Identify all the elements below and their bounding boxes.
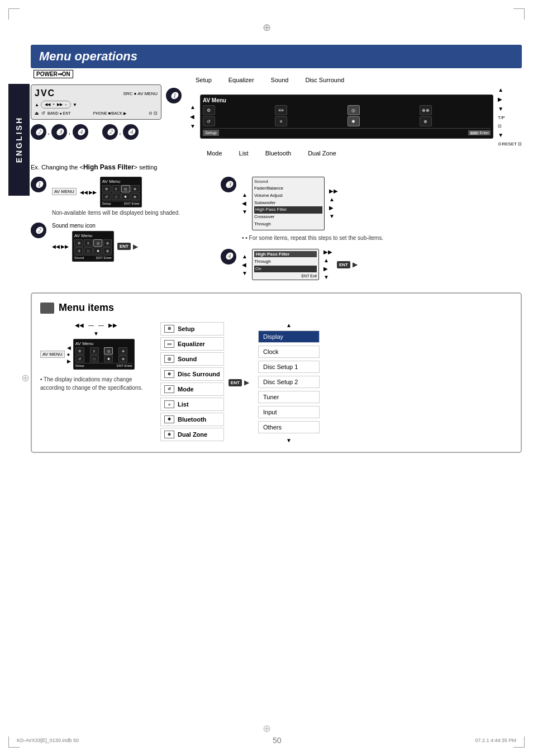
item-subwoofer: Subwoofer: [254, 200, 322, 207]
title-banner: Menu operations: [31, 45, 522, 68]
mi-av-screen: AV Menu ⚙ ≡ ◎ ⊕ ↺ □ ✱ ⊗ Setup: [73, 339, 135, 370]
si5: ↺: [102, 193, 111, 200]
mi-icon-equalizer: ≡≡: [164, 340, 174, 348]
language-label: ENGLISH: [15, 116, 23, 163]
mi-list-with-arrow: ⚙ Setup ≡≡ Equalizer ◎ Sound ⊕: [160, 322, 250, 443]
step-4b: ❹: [123, 124, 139, 140]
step2-content: Sound menu icon ◀◀ ▶▶ AV Menu ⚙ ≡ ◎: [52, 223, 138, 262]
top-menu-labels: Setup Equalizer Sound Disc Surround: [196, 77, 522, 83]
si7: ✱: [121, 193, 130, 200]
sub-display-label: Display: [263, 333, 283, 340]
icon-dualzone: ⊗: [420, 116, 432, 126]
s2i5: ↺: [74, 247, 83, 254]
mi-sub-disc2: Disc Setup 2: [258, 376, 320, 388]
step4-row: ❹ ▲ ◀ ▼ High Pass Filter Thr: [221, 249, 522, 281]
right-nav-arrows: ▲ ▶ ▼ T/P ⊡ ▼ ⊙RESET ⊡: [498, 87, 522, 147]
step3-screen-row: ▲ ◀ ▼ Sound Fader/Balance Volume Adjust …: [242, 177, 383, 230]
hpf-items: Through On: [254, 258, 317, 273]
jvc-logo: JVC: [35, 88, 55, 98]
hpf-bottom: ENT Exit: [254, 274, 317, 278]
mi-item-list: ≡ List: [160, 398, 224, 411]
s2i2: ≡: [84, 239, 93, 247]
step4-content: ▲ ◀ ▼ High Pass Filter Through On: [242, 249, 358, 281]
step1-note: Non-available items will be displayed be…: [52, 210, 180, 216]
si4: ⊕: [131, 185, 140, 192]
mi-sub-clock: Clock: [258, 346, 320, 358]
sound-menu-items: Fader/Balance Volume Adjust Subwoofer Hi…: [254, 185, 322, 228]
mi-note: • The display indications may change acc…: [40, 375, 152, 392]
ent-button-2: ENT: [117, 243, 131, 250]
enter-label: Enter: [480, 131, 489, 135]
step2-av-icons: ⚙ ≡ ◎ ⊕ ↺ □ ✱ ⊗: [74, 239, 112, 254]
mi-sub-up: ▲: [258, 322, 320, 328]
step3-row: ❸ ▲ ◀ ▼ Sound Fader/Balance: [221, 177, 522, 242]
power-label: POWER⇒ON: [34, 70, 73, 78]
mi-i7: ✱: [104, 355, 113, 362]
steps-left: ❶ AV MENU ◀◀ ▶▶ AV Menu ⚙ ≡: [31, 177, 210, 287]
label-mode: Mode: [207, 150, 222, 157]
label-equalizer: Equalizer: [229, 77, 254, 83]
step4-ent-arrow: ENT ▶: [337, 261, 358, 268]
mi-down-arrow: ▼: [40, 330, 152, 337]
top-crosshair: ⊕: [261, 21, 272, 32]
step3-number: ❸: [221, 177, 236, 192]
icon-list: ≡: [275, 116, 287, 126]
av-menu-display: ▲ ◀ ▼ AV Menu ⚙ ≡≡ ◎ ⊕⊕ ↺ ≡ ✱ ⊗: [190, 87, 522, 147]
corner-mark-tl: [8, 8, 20, 20]
setup-label: Setup: [203, 130, 219, 136]
mi-i6: □: [90, 355, 99, 362]
sub-input-label: Input: [263, 409, 277, 415]
mi-icon-list: ≡: [164, 400, 174, 408]
hpf-ent-exit: ENT Exit: [301, 274, 317, 278]
step3-left-arrows: ▲ ◀ ▼: [242, 192, 248, 215]
mi-i8: ⊗: [118, 355, 127, 362]
icon-mode: ↺: [203, 116, 215, 126]
step4-left-arrows: ▲ ◀ ▼: [242, 253, 248, 276]
step1-nav: ◀◀ ▶▶: [80, 190, 97, 195]
step-3: ❸: [51, 124, 67, 140]
language-sidebar: ENGLISH: [8, 84, 30, 196]
mi-av-row: AV MENU ◀ ● ▶ AV Menu ⚙ ≡ ◎ ⊕: [40, 339, 152, 370]
step2-av-screen: AV Menu ⚙ ≡ ◎ ⊕ ↺ □ ✱ ⊗: [72, 231, 114, 262]
device-controls-top: SRC ● AV MENU: [123, 91, 158, 96]
menu-items-heading: Menu items: [59, 302, 114, 314]
step3-bullet: • For some items, repeat this steps to s…: [242, 235, 383, 241]
av-menu-icons: ⚙ ≡≡ ◎ ⊕⊕ ↺ ≡ ✱ ⊗: [203, 105, 491, 126]
mi-item-disc-surround: ⊕ Disc Surround: [160, 367, 224, 381]
sub-tuner-label: Tuner: [263, 394, 279, 400]
step2-av-title: AV Menu: [74, 233, 112, 238]
high-pass-filter-label: High Pass Filter: [83, 163, 134, 171]
arrow-up: ▲: [35, 102, 39, 107]
mi-av-icons: ⚙ ≡ ◎ ⊕ ↺ □ ✱ ⊗: [75, 347, 132, 362]
step-2a: ❷: [31, 124, 46, 140]
device-wrapper: POWER⇒ON JVC SRC ● AV MENU ▲ ◀◀ + ▶▶: [31, 77, 161, 120]
steps-section: ❶ AV MENU ◀◀ ▶▶ AV Menu ⚙ ≡: [31, 177, 522, 287]
step-1-circle: ❶: [166, 88, 182, 103]
sub-others-label: Others: [263, 424, 282, 431]
s2i6: □: [84, 247, 93, 254]
mi-sub-display: Display: [258, 330, 320, 343]
ent-button-4: ENT: [337, 261, 350, 268]
step-2b: ❷: [102, 124, 118, 140]
step3-content: ▲ ◀ ▼ Sound Fader/Balance Volume Adjust …: [242, 177, 383, 242]
mi-bluetooth-label: Bluetooth: [178, 416, 206, 423]
av-menu-btn-label: AV MENU: [52, 188, 77, 195]
bottom-menu-labels: Mode List Bluetooth Dual Zone: [207, 150, 522, 157]
page-title: Menu operations: [39, 49, 513, 64]
label-setup: Setup: [196, 77, 212, 83]
mi-icon-dual: ⊗: [164, 431, 174, 438]
step1-av-bottom: Setup ENT Enter: [102, 201, 140, 205]
si6: □: [112, 193, 121, 200]
mi-top-nav: ◀◀ — — ▶▶: [40, 322, 152, 328]
si8: ⊗: [131, 193, 140, 200]
sound-menu-title: Sound: [254, 179, 322, 184]
mi-sub-input: Input: [258, 406, 320, 418]
label-sound: Sound: [271, 77, 289, 83]
mi-av-menu-label: AV MENU: [40, 351, 65, 358]
steps-right: ❸ ▲ ◀ ▼ Sound Fader/Balance: [221, 177, 522, 287]
si1: ⚙: [102, 185, 111, 192]
corner-mark-tr: [513, 8, 525, 20]
label-dual-zone: Dual Zone: [308, 150, 336, 157]
left-nav-arrows: ▲ ◀ ▼: [190, 104, 196, 129]
step2-icon-label: Sound menu icon: [52, 223, 138, 229]
